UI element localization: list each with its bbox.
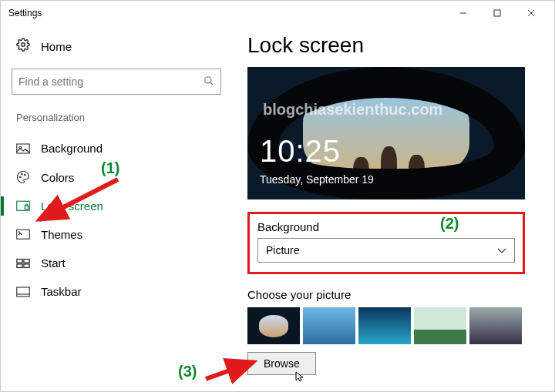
thumbnail-3[interactable] (358, 307, 411, 344)
minimize-button[interactable] (446, 1, 480, 25)
maximize-button[interactable] (480, 1, 514, 25)
taskbar-icon (16, 286, 30, 297)
sidebar-item-label: Themes (41, 228, 82, 241)
window-title: Settings (8, 8, 42, 18)
thumbnail-1[interactable] (247, 307, 300, 344)
main-panel: Lock screen blogchiasekienthuc.com 10:25… (232, 25, 554, 391)
sidebar-item-taskbar[interactable]: Taskbar (12, 277, 221, 306)
sidebar-item-themes[interactable]: Themes (12, 220, 221, 249)
background-dropdown[interactable]: Picture (257, 238, 515, 263)
search-icon (204, 75, 214, 89)
svg-point-4 (22, 43, 25, 47)
home-link[interactable]: Home (16, 38, 221, 55)
sidebar-item-label: Taskbar (41, 285, 82, 298)
sidebar-item-label: Colors (41, 171, 74, 184)
search-input[interactable] (18, 75, 204, 88)
sidebar-item-start[interactable]: Start (12, 249, 221, 277)
sidebar-item-label: Start (41, 256, 66, 270)
sidebar-item-background[interactable]: Background (12, 134, 221, 162)
image-icon (16, 143, 30, 154)
svg-rect-1 (494, 10, 500, 16)
sidebar-item-label: Background (41, 142, 103, 155)
nav-list: Background Colors Lock screen (12, 134, 221, 306)
browse-button[interactable]: Browse (247, 352, 316, 375)
svg-point-5 (205, 76, 211, 82)
svg-rect-19 (17, 287, 30, 297)
palette-icon (16, 170, 30, 184)
lock-screen-icon (16, 200, 30, 213)
svg-rect-17 (17, 263, 22, 267)
svg-point-9 (20, 176, 22, 178)
chevron-down-icon (497, 244, 506, 256)
svg-point-10 (22, 174, 23, 176)
svg-point-11 (25, 174, 26, 176)
preview-time: 10:25 (260, 134, 341, 169)
sidebar-item-label: Lock screen (41, 199, 103, 213)
thumbnail-4[interactable] (414, 307, 466, 344)
svg-rect-18 (24, 263, 29, 267)
themes-icon (16, 229, 30, 241)
thumbnail-2[interactable] (303, 307, 355, 344)
thumbnail-5[interactable] (469, 307, 522, 344)
svg-rect-7 (17, 144, 30, 153)
sidebar-item-colors[interactable]: Colors (12, 162, 221, 192)
svg-line-6 (210, 82, 214, 85)
lockscreen-preview: blogchiasekienthuc.com 10:25 Tuesday, Se… (247, 67, 525, 199)
cursor-icon (295, 371, 304, 384)
preview-date: Tuesday, September 19 (260, 173, 374, 186)
watermark-text: blogchiasekienthuc.com (263, 101, 442, 119)
gear-icon (16, 38, 30, 55)
picture-thumbnails (247, 307, 539, 344)
svg-rect-16 (24, 259, 29, 263)
search-input-container[interactable] (12, 69, 221, 95)
background-section: Background Picture (247, 212, 525, 274)
start-icon (16, 258, 30, 269)
sidebar-item-lock-screen[interactable]: Lock screen (12, 192, 221, 220)
sidebar: Home Personalization Background (1, 25, 232, 391)
home-label: Home (41, 40, 72, 53)
title-bar: Settings (1, 1, 554, 25)
page-title: Lock screen (247, 33, 539, 58)
close-button[interactable] (514, 1, 548, 25)
choose-picture-label: Choose your picture (247, 288, 539, 301)
background-label: Background (257, 220, 515, 233)
svg-rect-13 (25, 206, 29, 209)
dropdown-value: Picture (266, 244, 300, 256)
svg-rect-15 (17, 259, 22, 263)
section-header: Personalization (16, 112, 221, 123)
